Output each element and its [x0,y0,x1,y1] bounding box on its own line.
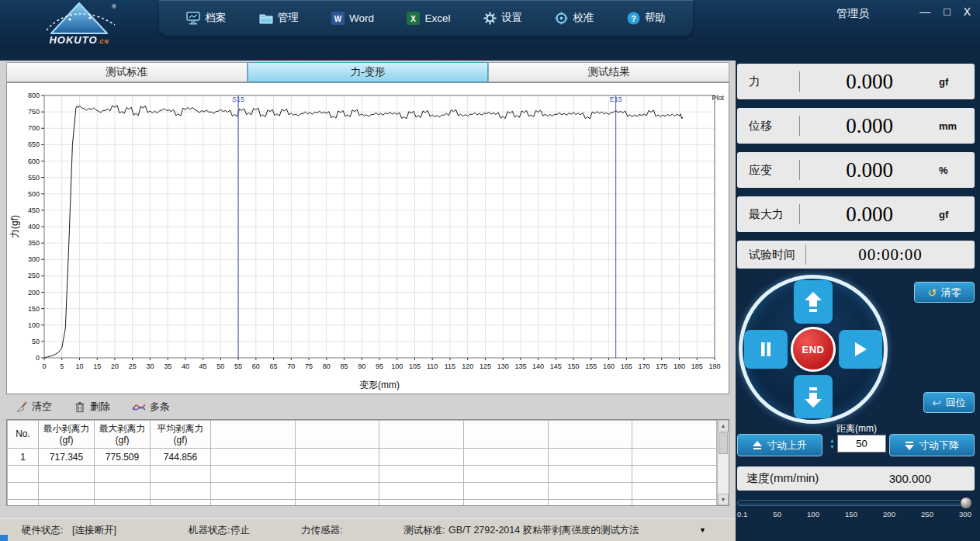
move-down-button[interactable] [794,375,833,418]
jog-up-button[interactable]: 寸动上升 [737,434,822,456]
close-button[interactable]: X [964,5,971,18]
multi-curve-button[interactable]: 多条 [132,400,170,414]
machine-status-value: 停止 [230,519,250,541]
svg-text:110: 110 [427,362,438,370]
svg-text:150: 150 [568,362,580,370]
svg-text:170: 170 [639,362,650,370]
end-button[interactable]: END [791,327,836,372]
tab-bar: 测试标准 力-变形 测试结果 [6,62,729,82]
multi-curve-icon [132,401,146,413]
start-button[interactable] [839,330,882,369]
menu-item-calibrate[interactable]: 校准 [555,11,594,25]
table-row-empty[interactable] [8,466,717,483]
speed-slider[interactable] [737,498,971,508]
table-scrollbar[interactable]: ▲ ▼ [717,420,729,505]
force-deformation-chart[interactable]: 0510152025303540455055606570758085909510… [9,85,727,392]
speed-value: 300.000 [889,472,975,485]
svg-text:?: ? [631,13,636,23]
return-button[interactable]: ↩ 回位 [923,392,975,413]
max-force-label: 最大力 [737,207,799,222]
svg-text:115: 115 [445,362,455,370]
svg-text:90: 90 [358,362,365,370]
scroll-thumb[interactable] [719,432,728,454]
column-header [211,421,296,449]
displacement-readout: 位移 0.000 mm [737,108,975,144]
test-time-readout: 试验时间 00:00:00 [737,241,975,269]
distance-spin-arrows[interactable]: ▲▼ [827,435,837,453]
svg-text:X: X [411,14,417,23]
menu-item-label: 管理 [278,11,299,25]
svg-text:750: 750 [28,108,40,116]
table-row[interactable]: 1 717.345 775.509 744.856 [8,449,717,466]
svg-text:350: 350 [28,239,40,247]
menu-item-help[interactable]: ? 帮助 [627,11,666,25]
minimize-button[interactable]: — [919,5,930,18]
app-window: ® HOKUTO.CN 档案 管理 W Word X Excel [0,0,980,541]
menu-item-archive[interactable]: 档案 [186,11,226,25]
svg-text:45: 45 [199,362,207,370]
menu-item-label: Word [349,12,374,24]
standard-dropdown-arrow[interactable]: ▼ [699,519,706,541]
zero-button[interactable]: ↺ 清零 [914,282,975,303]
table-row-empty[interactable] [8,500,717,507]
table-cell [463,449,548,466]
clear-button[interactable]: 清空 [16,400,52,414]
tab-test-standard[interactable]: 测试标准 [6,62,248,82]
svg-text:95: 95 [376,362,383,370]
test-standard-label: 测试标准: [403,519,445,541]
tick-label: 50 [773,510,781,518]
delete-button[interactable]: 删除 [74,400,110,414]
table-cell: 775.509 [95,449,151,466]
jog-down-button[interactable]: 寸动下降 [889,434,975,456]
logo-suffix: .CN [98,39,109,44]
column-header [295,421,379,449]
tab-force-deformation[interactable]: 力-变形 [248,62,489,82]
menu-item-excel[interactable]: X Excel [407,12,450,25]
tick-label: 300 [959,510,971,518]
maximize-button[interactable]: □ [944,5,950,18]
svg-text:E15: E15 [610,95,622,103]
window-corner-accent [0,535,8,541]
tab-test-results[interactable]: 测试结果 [488,62,729,82]
svg-text:800: 800 [28,92,40,99]
svg-text:50: 50 [216,362,224,370]
svg-text:100: 100 [391,362,403,370]
svg-text:190: 190 [708,362,720,370]
zero-label: 清零 [941,286,961,300]
menu-item-label: 设置 [501,11,522,25]
svg-text:700: 700 [28,124,40,132]
down-arrow-icon [805,387,822,407]
svg-text:65: 65 [270,362,278,370]
scroll-down-button[interactable]: ▼ [718,494,729,505]
table-cell [211,449,296,466]
strain-readout: 应变 0.000 % [737,152,975,188]
menu-item-manage[interactable]: 管理 [259,11,299,25]
slider-knob[interactable] [960,497,972,509]
svg-text:75: 75 [305,362,313,370]
move-up-button[interactable] [794,280,833,324]
svg-text:130: 130 [497,362,509,370]
max-force-value: 0.000 [800,203,939,227]
jog-up-icon [753,441,762,450]
distance-stepper: ▲▼ 50 [827,435,886,453]
svg-text:30: 30 [146,362,154,370]
jog-up-label: 寸动上升 [767,439,807,453]
chart-card: 0510152025303540455055606570758085909510… [6,82,729,394]
table-cell: 1 [8,449,39,466]
menu-item-word[interactable]: W Word [331,12,374,25]
scroll-up-button[interactable]: ▲ [718,420,729,432]
pause-button[interactable] [744,330,788,369]
trash-icon [74,401,86,413]
svg-text:400: 400 [28,223,40,231]
hardware-status-value: [连接断开] [72,519,116,541]
distance-input[interactable]: 50 [837,435,886,453]
svg-text:120: 120 [462,362,473,370]
tick-label: 150 [845,510,857,518]
slider-track[interactable] [737,500,971,506]
menu-item-settings[interactable]: 设置 [483,11,522,25]
svg-text:135: 135 [514,362,526,370]
table-cell [632,449,717,466]
excel-icon: X [407,12,420,25]
scroll-track[interactable] [718,455,729,494]
table-row-empty[interactable] [8,483,717,500]
